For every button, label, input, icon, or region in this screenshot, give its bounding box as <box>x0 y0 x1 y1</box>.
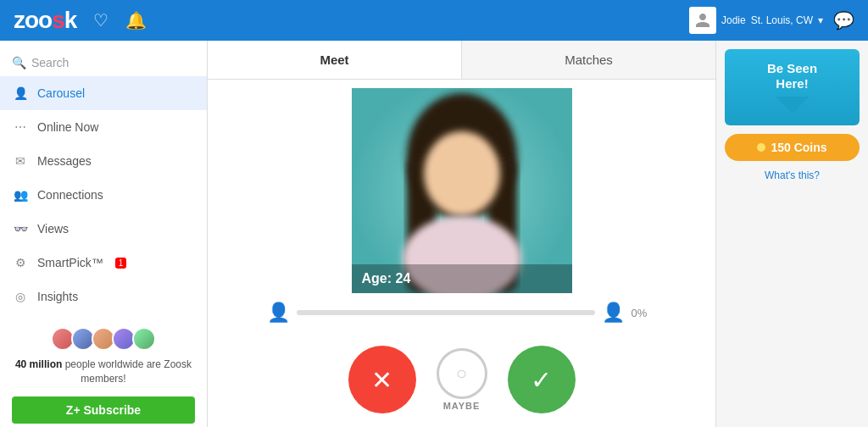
tab-meet[interactable]: Meet <box>208 41 462 79</box>
user-menu[interactable]: Jodie St. Louis, CW ▾ <box>689 7 823 34</box>
be-seen-line2: Here! <box>776 76 808 91</box>
sidebar: 🔍 Search 👤 Carousel ⋯ Online Now ✉ Messa… <box>0 41 208 427</box>
logo[interactable]: zoosk <box>14 7 76 34</box>
triangle-decoration <box>776 97 810 114</box>
notifications-icon[interactable]: 🔔 <box>125 10 147 30</box>
smartpick-icon: ⚙ <box>12 254 29 271</box>
sidebar-item-views[interactable]: 👓 Views <box>0 212 207 246</box>
profile-photo[interactable]: Age: 24 <box>352 88 572 293</box>
maybe-col: ○ MAYBE <box>437 348 487 411</box>
nav-label-online-now: Online Now <box>37 120 98 134</box>
progress-track <box>297 310 595 315</box>
avatar <box>689 7 716 34</box>
header-right: Jodie St. Louis, CW ▾ 💬 <box>689 7 854 34</box>
profile-image-svg <box>352 88 572 293</box>
nav-label-smartpick: SmartPick™ <box>37 256 103 269</box>
profile-area: Age: 24 👤 👤 0% ✕ ○ M <box>208 80 715 427</box>
coin-dot-icon <box>757 143 765 152</box>
hearts-icon[interactable]: ♡ <box>93 10 108 30</box>
carousel-icon: 👤 <box>12 85 29 102</box>
main-content: Meet Matches <box>208 41 715 427</box>
coins-button[interactable]: 150 Coins <box>725 134 860 161</box>
member-rest: people worldwide are Zoosk members! <box>62 358 192 385</box>
profile-age: Age: 24 <box>352 264 572 293</box>
progress-pct: 0% <box>632 307 657 319</box>
nav-label-connections: Connections <box>37 188 103 202</box>
maybe-button[interactable]: ○ <box>437 348 487 399</box>
user-name: Jodie <box>721 14 746 26</box>
right-panel: Be Seen Here! 150 Coins What's this? <box>715 41 868 427</box>
smartpick-badge: 1 <box>115 258 127 269</box>
profile-photo-bg <box>352 88 572 293</box>
be-seen-box[interactable]: Be Seen Here! <box>725 49 860 125</box>
app-header: zoosk ♡ 🔔 Jodie St. Louis, CW ▾ 💬 <box>0 0 868 41</box>
member-count: 40 million <box>15 358 62 370</box>
coins-label: 150 Coins <box>771 141 826 154</box>
header-left: zoosk ♡ 🔔 <box>14 7 147 34</box>
sidebar-bottom: 40 million people worldwide are Zoosk me… <box>0 313 207 427</box>
main-layout: 🔍 Search 👤 Carousel ⋯ Online Now ✉ Messa… <box>0 41 868 427</box>
user-location: St. Louis, CW <box>751 14 813 26</box>
no-icon: ✕ <box>371 365 392 395</box>
nav-label-messages: Messages <box>37 154 92 168</box>
member-avatars <box>12 327 195 351</box>
sidebar-item-messages[interactable]: ✉ Messages <box>0 144 207 178</box>
subscribe-button[interactable]: Z+ Subscribe <box>12 396 195 424</box>
online-now-icon: ⋯ <box>12 119 29 136</box>
sidebar-item-insights[interactable]: ◎ Insights <box>0 280 207 313</box>
be-seen-line1: Be Seen <box>767 61 817 75</box>
insights-icon: ◎ <box>12 288 29 305</box>
sidebar-item-online-now[interactable]: ⋯ Online Now <box>0 110 207 144</box>
yes-icon: ✓ <box>531 365 552 395</box>
search-icon: 🔍 <box>12 56 26 69</box>
svg-point-4 <box>424 131 500 216</box>
yes-button[interactable]: ✓ <box>508 346 576 413</box>
progress-end-icon: 👤 <box>602 302 625 324</box>
no-button[interactable]: ✕ <box>348 346 416 413</box>
nav-label-carousel: Carousel <box>37 86 85 100</box>
search-label: Search <box>31 56 69 69</box>
nav-label-insights: Insights <box>37 290 78 303</box>
chat-icon[interactable]: 💬 <box>833 10 854 30</box>
dropdown-arrow: ▾ <box>818 14 823 26</box>
tab-matches[interactable]: Matches <box>462 41 715 79</box>
maybe-icon: ○ <box>456 363 467 385</box>
sidebar-item-smartpick[interactable]: ⚙ SmartPick™ 1 <box>0 246 207 280</box>
tabs-bar: Meet Matches <box>208 41 715 80</box>
sidebar-item-connections[interactable]: 👥 Connections <box>0 178 207 212</box>
sidebar-item-carousel[interactable]: 👤 Carousel <box>0 76 207 110</box>
search-box[interactable]: 🔍 Search <box>0 49 207 76</box>
views-icon: 👓 <box>12 220 29 237</box>
connections-icon: 👥 <box>12 186 29 203</box>
messages-icon: ✉ <box>12 152 29 169</box>
maybe-label: MAYBE <box>443 401 481 411</box>
member-text: 40 million people worldwide are Zoosk me… <box>12 358 195 386</box>
nav-label-views: Views <box>37 222 69 236</box>
be-seen-text: Be Seen Here! <box>733 61 851 92</box>
progress-start-icon: 👤 <box>267 302 290 324</box>
progress-bar-container: 👤 👤 0% <box>250 293 674 332</box>
avatar-5 <box>132 327 156 351</box>
whats-this-link[interactable]: What's this? <box>765 169 820 181</box>
action-buttons: ✕ ○ MAYBE ✓ <box>335 332 589 427</box>
user-icon <box>694 12 711 29</box>
